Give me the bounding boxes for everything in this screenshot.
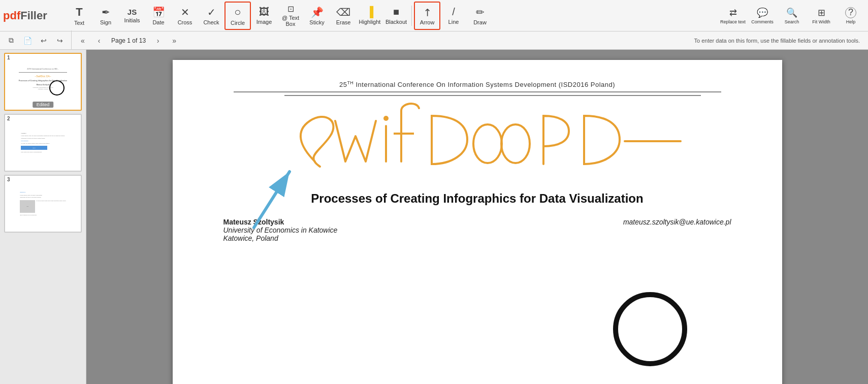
- next-page-button[interactable]: ›: [151, 34, 165, 48]
- draw-tool-label: Draw: [473, 19, 487, 25]
- search-label: Search: [785, 19, 799, 24]
- page-thumbnails-sidebar: 1 25TH International Conference on ISD..…: [0, 50, 86, 384]
- document-icon: 📄: [23, 37, 32, 45]
- check-icon: ✓: [207, 6, 216, 18]
- erase-tool-label: Erase: [336, 19, 351, 25]
- image-icon: 🖼: [259, 6, 269, 18]
- handwriting-annotation: [284, 90, 701, 182]
- author-inst2: Katowice, Poland: [223, 234, 338, 242]
- fit-width-label: Fit Width: [812, 19, 830, 24]
- check-tool-button[interactable]: ✓ Check: [198, 2, 224, 30]
- blackout-tool-button[interactable]: ■ Blackout: [383, 2, 409, 30]
- date-icon: 📅: [152, 6, 165, 18]
- edited-badge-1: Edited: [33, 102, 54, 108]
- tool-group-main: T Text ✒ Sign JS Initials 📅 Date ✕ Cross…: [66, 2, 493, 30]
- search-icon: 🔍: [786, 7, 797, 18]
- draw-icon: ✏: [476, 6, 485, 18]
- erase-icon: ⌫: [336, 6, 350, 18]
- comments-button[interactable]: 💬 Comments: [748, 2, 777, 30]
- blackout-tool-label: Blackout: [385, 19, 407, 25]
- next-page-icon: ›: [157, 37, 159, 45]
- image-tool-button[interactable]: 🖼 Image: [251, 2, 277, 30]
- text-tool-button[interactable]: T Text: [66, 2, 92, 30]
- erase-tool-button[interactable]: ⌫ Erase: [330, 2, 357, 30]
- replace-text-button[interactable]: ⇄ Replace text: [719, 2, 747, 30]
- text-tool-label: Text: [74, 20, 84, 26]
- nav-separator: [71, 30, 72, 51]
- toolbar-right-group: ⇄ Replace text 💬 Comments 🔍 Search ⊞ Fit…: [719, 2, 865, 30]
- page-thumb-2[interactable]: 2 Abstract Lorem ipsum dolor sit amet co…: [4, 114, 82, 172]
- document-button[interactable]: 📄: [20, 34, 35, 48]
- page-num-3: 3: [7, 177, 10, 182]
- help-icon: ?: [845, 7, 856, 18]
- app-logo: pdfFiller: [3, 9, 59, 22]
- help-label: Help: [846, 19, 856, 24]
- check-tool-label: Check: [203, 19, 219, 25]
- sign-icon: ✒: [102, 6, 110, 18]
- textbox-tool-label: @ Text Box: [278, 15, 303, 27]
- first-page-button[interactable]: «: [76, 34, 90, 48]
- page-thumb-3[interactable]: 3 Section 2 Lorem ipsum dolor sit amet c…: [4, 175, 82, 233]
- page-num-1: 1: [7, 55, 10, 60]
- cross-tool-button[interactable]: ✕ Cross: [172, 2, 198, 30]
- conf-title-sup: TH: [347, 80, 353, 85]
- comments-label: Comments: [751, 19, 774, 24]
- thumb-content-2: Abstract Lorem ipsum dolor sit amet cons…: [17, 129, 69, 157]
- sticky-icon: 📌: [311, 6, 324, 18]
- form-hint: To enter data on this form, use the fill…: [694, 38, 864, 44]
- highlight-tool-button[interactable]: ▐ Highlight: [357, 2, 383, 30]
- sticky-tool-label: Sticky: [309, 19, 324, 25]
- draw-tool-button[interactable]: ✏ Draw: [467, 2, 493, 30]
- line-tool-button[interactable]: / Line: [440, 2, 467, 30]
- search-button[interactable]: 🔍 Search: [778, 2, 806, 30]
- cross-icon: ✕: [181, 6, 189, 18]
- circle-icon: ○: [234, 6, 241, 19]
- svg-line-1: [254, 172, 290, 228]
- undo-icon: ↩: [41, 37, 47, 45]
- last-page-button[interactable]: »: [167, 34, 181, 48]
- help-button[interactable]: ? Help: [837, 2, 865, 30]
- redo-icon: ↪: [57, 37, 63, 45]
- line-icon: /: [452, 6, 455, 18]
- cross-tool-label: Cross: [178, 19, 192, 25]
- page-thumb-1[interactable]: 1 25TH International Conference on ISD..…: [4, 53, 82, 111]
- sign-tool-label: Sign: [100, 19, 111, 25]
- main-toolbar: pdfFiller T Text ✒ Sign JS Initials 📅 Da…: [0, 0, 868, 31]
- highlight-icon: ▐: [366, 6, 373, 18]
- prev-page-button[interactable]: ‹: [92, 34, 106, 48]
- text-icon: T: [76, 6, 82, 19]
- undo-button[interactable]: ↩: [37, 34, 51, 48]
- first-page-icon: «: [81, 37, 85, 45]
- comments-icon: 💬: [757, 7, 768, 18]
- textbox-icon: ⊡: [287, 4, 294, 14]
- circle-tool-label: Circle: [231, 20, 245, 26]
- replace-text-label: Replace text: [720, 19, 746, 24]
- sticky-tool-button[interactable]: 📌 Sticky: [304, 2, 330, 30]
- author-email: mateusz.szoltysik@ue.katowice.pl: [623, 218, 731, 226]
- circle-tool-button[interactable]: ○ Circle: [224, 2, 251, 30]
- highlight-tool-label: Highlight: [359, 19, 381, 25]
- line-tool-label: Line: [448, 19, 459, 25]
- pdf-content-area: 25TH International Conference On Informa…: [86, 50, 868, 384]
- initials-tool-button[interactable]: JS Initials: [119, 2, 145, 30]
- arrow-tool-label: Arrow: [420, 19, 435, 25]
- arrow-icon: ↗: [420, 5, 435, 19]
- sign-tool-button[interactable]: ✒ Sign: [92, 2, 119, 30]
- svg-point-5: [473, 124, 502, 163]
- arrow-annotation: [244, 162, 305, 233]
- main-content: 1 25TH International Conference on ISD..…: [0, 50, 868, 384]
- arrow-tool-button[interactable]: ↗ Arrow: [414, 2, 440, 30]
- replace-text-icon: ⇄: [729, 7, 737, 18]
- fit-width-button[interactable]: ⊞ Fit Width: [807, 2, 835, 30]
- page-num-2: 2: [7, 116, 10, 121]
- thumb-img-2: Abstract Lorem ipsum dolor sit amet cons…: [5, 115, 81, 171]
- thumb-content-1: 25TH International Conference on ISD... …: [14, 63, 72, 101]
- textbox-tool-button[interactable]: ⊡ @ Text Box: [277, 2, 304, 30]
- redo-button[interactable]: ↪: [53, 34, 67, 48]
- svg-point-8: [616, 295, 685, 364]
- prev-page-icon: ‹: [98, 37, 101, 45]
- duplicate-page-button[interactable]: ⧉: [4, 34, 18, 48]
- pdf-page: 25TH International Conference On Informa…: [173, 60, 782, 384]
- date-tool-button[interactable]: 📅 Date: [145, 2, 172, 30]
- initials-tool-label: Initials: [124, 17, 140, 23]
